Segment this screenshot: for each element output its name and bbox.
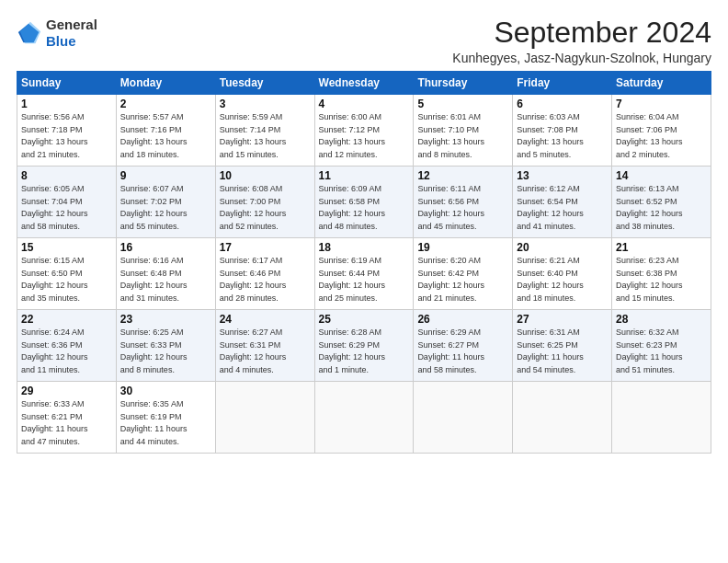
- calendar-cell: 27 Sunrise: 6:31 AMSunset: 6:25 PMDaylig…: [513, 310, 612, 382]
- col-header-sunday: Sunday: [17, 72, 117, 95]
- calendar-cell: 30 Sunrise: 6:35 AMSunset: 6:19 PMDaylig…: [116, 382, 215, 454]
- day-number: 3: [220, 98, 311, 110]
- day-number: 23: [120, 313, 211, 326]
- calendar-cell: 13 Sunrise: 6:12 AMSunset: 6:54 PMDaylig…: [513, 167, 612, 238]
- day-number: 29: [21, 385, 112, 397]
- logo: General Blue: [17, 17, 97, 50]
- calendar-week-row: 15 Sunrise: 6:15 AMSunset: 6:50 PMDaylig…: [17, 238, 711, 310]
- day-number: 7: [616, 98, 707, 110]
- calendar-cell: 23 Sunrise: 6:25 AMSunset: 6:33 PMDaylig…: [116, 310, 215, 382]
- calendar-cell: 7 Sunrise: 6:04 AMSunset: 7:06 PMDayligh…: [612, 95, 711, 167]
- day-number: 25: [319, 313, 410, 326]
- day-info: Sunrise: 6:23 AMSunset: 6:38 PMDaylight:…: [616, 255, 707, 304]
- day-info: Sunrise: 6:08 AMSunset: 7:00 PMDaylight:…: [220, 183, 311, 233]
- day-number: 13: [517, 169, 608, 182]
- col-header-thursday: Thursday: [414, 72, 513, 95]
- day-info: Sunrise: 6:17 AMSunset: 6:46 PMDaylight:…: [220, 255, 311, 304]
- day-info: Sunrise: 6:29 AMSunset: 6:27 PMDaylight:…: [417, 327, 508, 376]
- col-header-friday: Friday: [513, 72, 612, 95]
- calendar-week-row: 22 Sunrise: 6:24 AMSunset: 6:36 PMDaylig…: [17, 310, 711, 382]
- day-info: Sunrise: 6:15 AMSunset: 6:50 PMDaylight:…: [21, 255, 112, 304]
- calendar-cell: 6 Sunrise: 6:03 AMSunset: 7:08 PMDayligh…: [513, 95, 612, 167]
- day-info: Sunrise: 6:16 AMSunset: 6:48 PMDaylight:…: [120, 255, 211, 304]
- day-info: Sunrise: 6:04 AMSunset: 7:06 PMDaylight:…: [616, 111, 707, 161]
- col-header-tuesday: Tuesday: [215, 72, 314, 95]
- day-info: Sunrise: 6:12 AMSunset: 6:54 PMDaylight:…: [517, 183, 608, 233]
- day-number: 28: [616, 313, 707, 326]
- calendar-cell: [414, 382, 513, 454]
- day-number: 26: [417, 313, 508, 326]
- calendar-cell: 2 Sunrise: 5:57 AMSunset: 7:16 PMDayligh…: [116, 95, 215, 167]
- calendar-cell: 10 Sunrise: 6:08 AMSunset: 7:00 PMDaylig…: [215, 167, 314, 238]
- calendar-cell: [215, 382, 314, 454]
- day-info: Sunrise: 6:19 AMSunset: 6:44 PMDaylight:…: [319, 255, 410, 304]
- day-number: 17: [220, 241, 311, 254]
- calendar-cell: 9 Sunrise: 6:07 AMSunset: 7:02 PMDayligh…: [116, 167, 215, 238]
- day-number: 19: [417, 241, 508, 254]
- calendar-cell: 5 Sunrise: 6:01 AMSunset: 7:10 PMDayligh…: [414, 95, 513, 167]
- calendar-cell: 29 Sunrise: 6:33 AMSunset: 6:21 PMDaylig…: [17, 382, 117, 454]
- day-number: 21: [616, 241, 707, 254]
- day-info: Sunrise: 6:25 AMSunset: 6:33 PMDaylight:…: [120, 327, 211, 376]
- day-number: 30: [120, 385, 211, 397]
- calendar-cell: 19 Sunrise: 6:20 AMSunset: 6:42 PMDaylig…: [414, 238, 513, 310]
- day-number: 18: [319, 241, 410, 254]
- day-info: Sunrise: 6:20 AMSunset: 6:42 PMDaylight:…: [417, 255, 508, 304]
- day-info: Sunrise: 6:05 AMSunset: 7:04 PMDaylight:…: [21, 183, 112, 233]
- day-number: 5: [417, 98, 508, 110]
- day-info: Sunrise: 6:21 AMSunset: 6:40 PMDaylight:…: [517, 255, 608, 304]
- calendar-cell: 11 Sunrise: 6:09 AMSunset: 6:58 PMDaylig…: [314, 167, 414, 238]
- col-header-wednesday: Wednesday: [314, 72, 414, 95]
- day-number: 24: [220, 313, 311, 326]
- calendar-week-row: 29 Sunrise: 6:33 AMSunset: 6:21 PMDaylig…: [17, 382, 711, 454]
- title-block: September 2024 Kunhegyes, Jasz-Nagykun-S…: [452, 17, 711, 65]
- day-info: Sunrise: 6:00 AMSunset: 7:12 PMDaylight:…: [319, 111, 410, 161]
- day-number: 4: [319, 98, 410, 110]
- calendar-cell: 17 Sunrise: 6:17 AMSunset: 6:46 PMDaylig…: [215, 238, 314, 310]
- day-number: 16: [120, 241, 211, 254]
- calendar-cell: 20 Sunrise: 6:21 AMSunset: 6:40 PMDaylig…: [513, 238, 612, 310]
- day-info: Sunrise: 5:57 AMSunset: 7:16 PMDaylight:…: [120, 111, 211, 161]
- calendar-cell: [314, 382, 414, 454]
- day-number: 6: [517, 98, 608, 110]
- calendar-cell: 1 Sunrise: 5:56 AMSunset: 7:18 PMDayligh…: [17, 95, 117, 167]
- col-header-monday: Monday: [116, 72, 215, 95]
- day-info: Sunrise: 6:01 AMSunset: 7:10 PMDaylight:…: [417, 111, 508, 161]
- day-info: Sunrise: 6:03 AMSunset: 7:08 PMDaylight:…: [517, 111, 608, 161]
- calendar-cell: 12 Sunrise: 6:11 AMSunset: 6:56 PMDaylig…: [414, 167, 513, 238]
- day-info: Sunrise: 6:33 AMSunset: 6:21 PMDaylight:…: [21, 398, 112, 448]
- day-number: 2: [120, 98, 211, 110]
- page: General Blue September 2024 Kunhegyes, J…: [0, 0, 728, 463]
- day-number: 27: [517, 313, 608, 326]
- day-number: 15: [21, 241, 112, 254]
- calendar-week-row: 8 Sunrise: 6:05 AMSunset: 7:04 PMDayligh…: [17, 167, 711, 238]
- day-number: 11: [319, 169, 410, 182]
- day-info: Sunrise: 6:11 AMSunset: 6:56 PMDaylight:…: [417, 183, 508, 233]
- calendar-cell: 25 Sunrise: 6:28 AMSunset: 6:29 PMDaylig…: [314, 310, 414, 382]
- calendar-cell: 24 Sunrise: 6:27 AMSunset: 6:31 PMDaylig…: [215, 310, 314, 382]
- day-info: Sunrise: 5:56 AMSunset: 7:18 PMDaylight:…: [21, 111, 112, 161]
- calendar-cell: 14 Sunrise: 6:13 AMSunset: 6:52 PMDaylig…: [612, 167, 711, 238]
- day-number: 20: [517, 241, 608, 254]
- calendar-cell: 26 Sunrise: 6:29 AMSunset: 6:27 PMDaylig…: [414, 310, 513, 382]
- calendar-cell: 28 Sunrise: 6:32 AMSunset: 6:23 PMDaylig…: [612, 310, 711, 382]
- calendar-cell: [513, 382, 612, 454]
- calendar: SundayMondayTuesdayWednesdayThursdayFrid…: [17, 71, 711, 454]
- logo-text: General Blue: [46, 17, 97, 50]
- day-info: Sunrise: 6:28 AMSunset: 6:29 PMDaylight:…: [319, 327, 410, 376]
- calendar-week-row: 1 Sunrise: 5:56 AMSunset: 7:18 PMDayligh…: [17, 95, 711, 167]
- day-number: 1: [21, 98, 112, 110]
- day-info: Sunrise: 5:59 AMSunset: 7:14 PMDaylight:…: [220, 111, 311, 161]
- col-header-saturday: Saturday: [612, 72, 711, 95]
- day-info: Sunrise: 6:09 AMSunset: 6:58 PMDaylight:…: [319, 183, 410, 233]
- day-info: Sunrise: 6:32 AMSunset: 6:23 PMDaylight:…: [616, 327, 707, 376]
- day-number: 22: [21, 313, 112, 326]
- calendar-cell: 16 Sunrise: 6:16 AMSunset: 6:48 PMDaylig…: [116, 238, 215, 310]
- calendar-cell: [612, 382, 711, 454]
- calendar-cell: 15 Sunrise: 6:15 AMSunset: 6:50 PMDaylig…: [17, 238, 117, 310]
- header: General Blue September 2024 Kunhegyes, J…: [17, 17, 711, 65]
- day-number: 8: [21, 169, 112, 182]
- calendar-header-row: SundayMondayTuesdayWednesdayThursdayFrid…: [17, 72, 711, 95]
- day-info: Sunrise: 6:31 AMSunset: 6:25 PMDaylight:…: [517, 327, 608, 376]
- day-info: Sunrise: 6:24 AMSunset: 6:36 PMDaylight:…: [21, 327, 112, 376]
